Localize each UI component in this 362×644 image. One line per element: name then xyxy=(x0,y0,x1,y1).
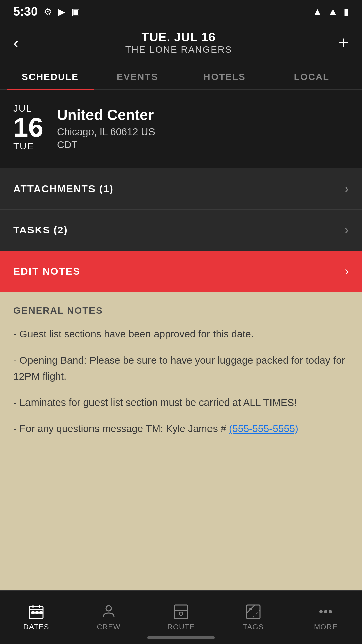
tasks-label: TASKS (2) xyxy=(13,224,68,236)
add-button[interactable]: + xyxy=(339,33,349,53)
edit-notes-label: EDIT NOTES xyxy=(13,266,80,277)
tasks-item[interactable]: TASKS (2) › xyxy=(0,210,362,251)
list-section: ATTACHMENTS (1) › TASKS (2) › EDIT NOTES… xyxy=(0,168,362,292)
header: ‹ TUE. JUL 16 THE LONE RANGERS + xyxy=(0,23,362,65)
notes-title: GENERAL NOTES xyxy=(13,305,349,316)
more-label: MORE xyxy=(314,623,338,631)
tab-schedule[interactable]: SCHEDULE xyxy=(7,65,94,89)
header-date: TUE. JUL 16 xyxy=(125,30,232,44)
crew-label: CREW xyxy=(97,623,120,631)
venue-weekday: TUE xyxy=(13,141,34,152)
nav-tabs: SCHEDULE EVENTS HOTELS LOCAL xyxy=(0,65,362,90)
tab-events[interactable]: EVENTS xyxy=(94,65,181,89)
notes-phone-link[interactable]: (555-555-5555) xyxy=(229,423,298,434)
venue-day: 16 xyxy=(13,114,43,141)
status-bar-right: ▲ ▲ ▮ xyxy=(313,6,349,17)
svg-point-7 xyxy=(106,606,111,611)
status-bar-left: 5:30 ⚙ ▶ ▣ xyxy=(13,5,80,19)
play-icon: ▶ xyxy=(58,6,65,17)
attachments-chevron: › xyxy=(345,182,349,196)
venue-info: United Center Chicago, IL 60612 US CDT xyxy=(57,103,155,150)
svg-rect-6 xyxy=(40,612,42,614)
tags-label: TAGS xyxy=(243,623,264,631)
bottom-nav-more[interactable]: MORE xyxy=(290,600,362,635)
signal-icon: ▲ xyxy=(328,6,338,17)
venue-address: Chicago, IL 60612 US xyxy=(57,126,155,138)
svg-point-18 xyxy=(324,610,327,613)
header-center: TUE. JUL 16 THE LONE RANGERS xyxy=(125,30,232,55)
edit-notes-item[interactable]: EDIT NOTES › xyxy=(0,251,362,292)
battery-icon: ▮ xyxy=(344,6,349,17)
bottom-nav: DATES CREW ROUTE TAGS xyxy=(0,590,362,644)
svg-point-19 xyxy=(329,610,332,613)
tab-local[interactable]: LOCAL xyxy=(268,65,355,89)
calendar-icon xyxy=(28,604,44,620)
svg-rect-14 xyxy=(247,605,260,619)
notes-content: - Guest list sections have been approved… xyxy=(13,326,349,437)
tags-icon xyxy=(245,604,261,620)
copy-icon: ▣ xyxy=(71,6,80,17)
dates-label: DATES xyxy=(23,623,49,631)
main-content: ‹ TUE. JUL 16 THE LONE RANGERS + SCHEDUL… xyxy=(0,23,362,590)
venue-name: United Center xyxy=(57,107,155,123)
venue-date-block: JUL 16 TUE xyxy=(13,103,47,152)
bottom-nav-dates[interactable]: DATES xyxy=(0,600,72,635)
notes-line-3: - Laminates for guest list section must … xyxy=(13,394,349,411)
attachments-label: ATTACHMENTS (1) xyxy=(13,183,114,195)
bottom-nav-tags[interactable]: TAGS xyxy=(217,600,290,635)
bottom-nav-route[interactable]: ROUTE xyxy=(145,600,217,635)
notes-line-4: - For any questions message TM: Kyle Jam… xyxy=(13,421,349,437)
edit-notes-chevron: › xyxy=(345,264,349,278)
venue-section: JUL 16 TUE United Center Chicago, IL 606… xyxy=(0,90,362,168)
more-icon xyxy=(318,604,334,620)
svg-rect-5 xyxy=(36,612,38,614)
wifi-icon: ▲ xyxy=(313,6,322,17)
tasks-chevron: › xyxy=(345,223,349,237)
svg-rect-4 xyxy=(32,612,34,614)
svg-point-17 xyxy=(320,610,322,613)
status-bar: 5:30 ⚙ ▶ ▣ ▲ ▲ ▮ xyxy=(0,0,362,23)
venue-timezone: CDT xyxy=(57,139,155,150)
svg-line-16 xyxy=(247,605,255,613)
attachments-item[interactable]: ATTACHMENTS (1) › xyxy=(0,168,362,210)
status-time: 5:30 xyxy=(13,5,38,19)
header-tour: THE LONE RANGERS xyxy=(125,44,232,55)
back-button[interactable]: ‹ xyxy=(13,34,19,52)
notes-line-1: - Guest list sections have been approved… xyxy=(13,326,349,342)
notes-line-2: - Opening Band: Please be sure to have y… xyxy=(13,352,349,384)
bottom-nav-crew[interactable]: CREW xyxy=(72,600,145,635)
route-icon xyxy=(173,604,189,620)
notes-section: GENERAL NOTES - Guest list sections have… xyxy=(0,292,362,590)
crew-icon xyxy=(101,604,117,620)
settings-icon: ⚙ xyxy=(44,6,52,17)
tab-hotels[interactable]: HOTELS xyxy=(181,65,268,89)
route-label: ROUTE xyxy=(167,623,195,631)
home-indicator xyxy=(147,636,215,639)
